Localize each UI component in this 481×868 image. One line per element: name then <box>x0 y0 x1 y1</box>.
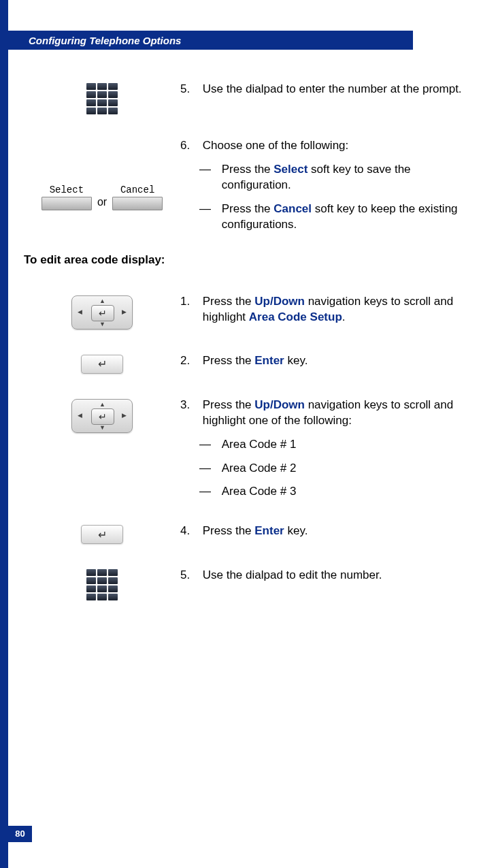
step-row: 5. Use the dialpad to edit the number. <box>24 568 469 600</box>
softkey-label-select: Select <box>50 184 84 195</box>
step-number: 3. <box>180 398 199 413</box>
cancel-softkey-icon <box>112 197 163 210</box>
text-part: Press the <box>203 354 255 367</box>
list-item: Area Code # 1 <box>222 437 468 453</box>
step-row: ↵ 4. Press the Enter key. <box>24 524 469 544</box>
key-name: Enter <box>254 354 284 367</box>
text-part: Press the <box>222 163 274 176</box>
text-part: Press the <box>203 398 255 411</box>
navigation-pad-icon: ▲ ▼ ◀ ▶ ↵ <box>71 399 133 433</box>
softkey-group: Select or Cancel <box>42 184 163 210</box>
dialpad-icon <box>86 569 118 600</box>
step-number: 5. <box>180 568 199 583</box>
list-item: Area Code # 3 <box>222 484 468 500</box>
page-content: 5. Use the dialpad to enter the number a… <box>24 82 469 624</box>
step-row: ↵ 2. Press the Enter key. <box>24 353 469 374</box>
enter-key-icon: ↵ <box>81 355 123 374</box>
enter-key-icon: ↵ <box>81 525 123 544</box>
list-item: Area Code # 2 <box>222 461 468 477</box>
step-number: 5. <box>180 82 199 97</box>
navigation-pad-icon: ▲ ▼ ◀ ▶ ↵ <box>71 295 133 329</box>
step-number: 1. <box>180 294 199 310</box>
dash: — <box>199 437 218 453</box>
key-name: Up/Down <box>254 295 305 308</box>
step-number: 6. <box>180 138 199 154</box>
select-softkey-icon <box>42 197 92 210</box>
step-text: Use the dialpad to enter the number at t… <box>203 82 468 97</box>
key-name: Select <box>273 163 308 176</box>
step-text: Press the Up/Down navigation keys to scr… <box>203 398 468 429</box>
dialpad-icon <box>86 83 118 114</box>
section-heading: To edit area code display: <box>24 253 469 267</box>
sub-option: Press the Cancel soft key to keep the ex… <box>222 202 468 233</box>
step-text: Press the Enter key. <box>203 524 468 539</box>
text-part: key. <box>284 524 308 537</box>
key-name: Up/Down <box>254 398 305 411</box>
text-part: Press the <box>203 524 255 537</box>
step-text: Press the Enter key. <box>203 353 468 369</box>
step-row: 5. Use the dialpad to enter the number a… <box>24 82 469 114</box>
step-text: Use the dialpad to edit the number. <box>203 568 468 583</box>
page-header: Configuring Telephone Options <box>8 31 413 50</box>
step-number: 4. <box>180 524 199 539</box>
dash: — <box>199 484 218 500</box>
step-row: ▲ ▼ ◀ ▶ ↵ 1. Press the Up/Down navigatio… <box>24 294 469 329</box>
page-number: 80 <box>8 826 32 842</box>
step-text: Choose one of the following: <box>203 138 468 154</box>
text-part: Press the <box>222 202 274 215</box>
key-name: Enter <box>254 524 284 537</box>
dash: — <box>199 162 218 178</box>
dash: — <box>199 202 218 217</box>
step-number: 2. <box>180 353 199 369</box>
step-row: Select or Cancel 6. Choose one of the fo… <box>24 138 469 233</box>
key-name: Cancel <box>273 202 312 215</box>
step-row: ▲ ▼ ◀ ▶ ↵ 3. Press the Up/Down navigatio… <box>24 398 469 500</box>
softkey-label-cancel: Cancel <box>120 184 154 195</box>
left-margin-stripe <box>0 0 8 868</box>
or-text: or <box>97 187 107 208</box>
text-part: . <box>342 310 346 323</box>
sub-option: Press the Select soft key to save the co… <box>222 162 468 193</box>
menu-target: Area Code Setup <box>249 310 342 323</box>
step-text: Press the Up/Down navigation keys to scr… <box>203 294 468 325</box>
dash: — <box>199 461 218 477</box>
text-part: key. <box>284 354 308 367</box>
text-part: Press the <box>203 295 255 308</box>
